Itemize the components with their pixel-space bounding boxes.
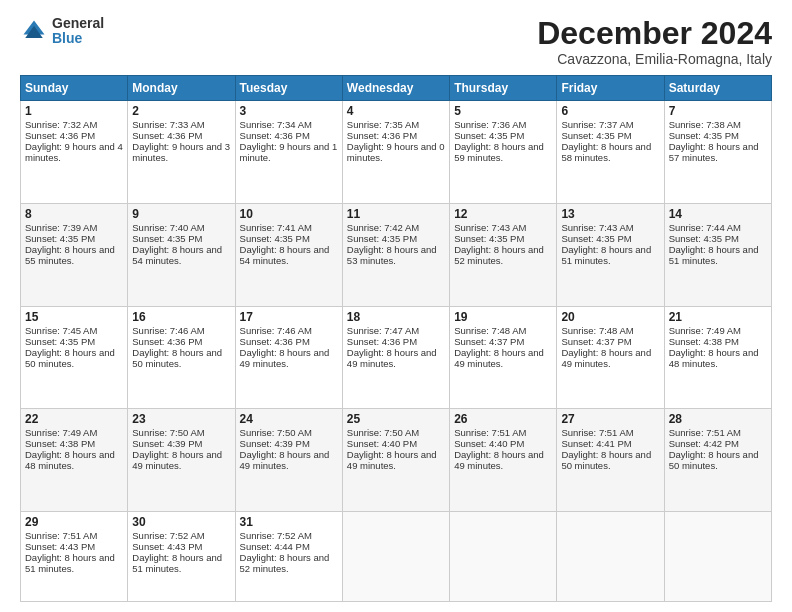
day-number: 1 (25, 104, 123, 118)
sunset-label: Sunset: 4:35 PM (25, 233, 95, 244)
table-cell: 28 Sunrise: 7:51 AM Sunset: 4:42 PM Dayl… (664, 409, 771, 512)
daylight-label: Daylight: 8 hours and 52 minutes. (454, 244, 544, 266)
day-number: 19 (454, 310, 552, 324)
daylight-label: Daylight: 9 hours and 1 minute. (240, 141, 338, 163)
sunrise-label: Sunrise: 7:34 AM (240, 119, 312, 130)
sunset-label: Sunset: 4:36 PM (240, 336, 310, 347)
table-cell: 12 Sunrise: 7:43 AM Sunset: 4:35 PM Dayl… (450, 203, 557, 306)
day-number: 27 (561, 412, 659, 426)
sunset-label: Sunset: 4:42 PM (669, 438, 739, 449)
daylight-label: Daylight: 8 hours and 54 minutes. (132, 244, 222, 266)
sunrise-label: Sunrise: 7:42 AM (347, 222, 419, 233)
sunset-label: Sunset: 4:38 PM (669, 336, 739, 347)
sunrise-label: Sunrise: 7:51 AM (561, 427, 633, 438)
sunrise-label: Sunrise: 7:39 AM (25, 222, 97, 233)
daylight-label: Daylight: 9 hours and 3 minutes. (132, 141, 230, 163)
daylight-label: Daylight: 8 hours and 51 minutes. (132, 552, 222, 574)
sunset-label: Sunset: 4:41 PM (561, 438, 631, 449)
table-cell: 6 Sunrise: 7:37 AM Sunset: 4:35 PM Dayli… (557, 101, 664, 204)
sunset-label: Sunset: 4:35 PM (454, 233, 524, 244)
table-cell: 17 Sunrise: 7:46 AM Sunset: 4:36 PM Dayl… (235, 306, 342, 409)
sunset-label: Sunset: 4:35 PM (132, 233, 202, 244)
sunset-label: Sunset: 4:36 PM (347, 130, 417, 141)
sunrise-label: Sunrise: 7:37 AM (561, 119, 633, 130)
day-number: 14 (669, 207, 767, 221)
sunset-label: Sunset: 4:39 PM (240, 438, 310, 449)
table-cell (664, 511, 771, 601)
day-number: 18 (347, 310, 445, 324)
sunrise-label: Sunrise: 7:49 AM (25, 427, 97, 438)
daylight-label: Daylight: 8 hours and 52 minutes. (240, 552, 330, 574)
title-section: December 2024 Cavazzona, Emilia-Romagna,… (537, 16, 772, 67)
daylight-label: Daylight: 8 hours and 55 minutes. (25, 244, 115, 266)
daylight-label: Daylight: 8 hours and 51 minutes. (561, 244, 651, 266)
sunset-label: Sunset: 4:35 PM (240, 233, 310, 244)
sunset-label: Sunset: 4:35 PM (561, 130, 631, 141)
sunrise-label: Sunrise: 7:43 AM (454, 222, 526, 233)
table-cell: 1 Sunrise: 7:32 AM Sunset: 4:36 PM Dayli… (21, 101, 128, 204)
table-cell: 14 Sunrise: 7:44 AM Sunset: 4:35 PM Dayl… (664, 203, 771, 306)
sunrise-label: Sunrise: 7:51 AM (669, 427, 741, 438)
table-cell: 18 Sunrise: 7:47 AM Sunset: 4:36 PM Dayl… (342, 306, 449, 409)
table-cell: 9 Sunrise: 7:40 AM Sunset: 4:35 PM Dayli… (128, 203, 235, 306)
sunset-label: Sunset: 4:38 PM (25, 438, 95, 449)
daylight-label: Daylight: 8 hours and 49 minutes. (454, 347, 544, 369)
day-number: 23 (132, 412, 230, 426)
sunrise-label: Sunrise: 7:46 AM (132, 325, 204, 336)
daylight-label: Daylight: 8 hours and 57 minutes. (669, 141, 759, 163)
col-saturday: Saturday (664, 76, 771, 101)
table-cell: 20 Sunrise: 7:48 AM Sunset: 4:37 PM Dayl… (557, 306, 664, 409)
table-cell: 13 Sunrise: 7:43 AM Sunset: 4:35 PM Dayl… (557, 203, 664, 306)
sunrise-label: Sunrise: 7:32 AM (25, 119, 97, 130)
table-cell: 26 Sunrise: 7:51 AM Sunset: 4:40 PM Dayl… (450, 409, 557, 512)
daylight-label: Daylight: 8 hours and 48 minutes. (669, 347, 759, 369)
table-cell (557, 511, 664, 601)
day-number: 11 (347, 207, 445, 221)
table-cell: 2 Sunrise: 7:33 AM Sunset: 4:36 PM Dayli… (128, 101, 235, 204)
col-wednesday: Wednesday (342, 76, 449, 101)
table-cell: 30 Sunrise: 7:52 AM Sunset: 4:43 PM Dayl… (128, 511, 235, 601)
table-cell: 27 Sunrise: 7:51 AM Sunset: 4:41 PM Dayl… (557, 409, 664, 512)
day-number: 21 (669, 310, 767, 324)
sunrise-label: Sunrise: 7:41 AM (240, 222, 312, 233)
sunrise-label: Sunrise: 7:35 AM (347, 119, 419, 130)
table-cell (450, 511, 557, 601)
daylight-label: Daylight: 8 hours and 54 minutes. (240, 244, 330, 266)
sunrise-label: Sunrise: 7:36 AM (454, 119, 526, 130)
sunset-label: Sunset: 4:35 PM (561, 233, 631, 244)
day-number: 3 (240, 104, 338, 118)
table-cell: 29 Sunrise: 7:51 AM Sunset: 4:43 PM Dayl… (21, 511, 128, 601)
day-number: 31 (240, 515, 338, 529)
daylight-label: Daylight: 8 hours and 49 minutes. (347, 347, 437, 369)
daylight-label: Daylight: 8 hours and 53 minutes. (347, 244, 437, 266)
sunrise-label: Sunrise: 7:33 AM (132, 119, 204, 130)
day-number: 17 (240, 310, 338, 324)
table-cell: 8 Sunrise: 7:39 AM Sunset: 4:35 PM Dayli… (21, 203, 128, 306)
daylight-label: Daylight: 8 hours and 49 minutes. (347, 449, 437, 471)
daylight-label: Daylight: 9 hours and 0 minutes. (347, 141, 445, 163)
table-cell: 23 Sunrise: 7:50 AM Sunset: 4:39 PM Dayl… (128, 409, 235, 512)
day-number: 12 (454, 207, 552, 221)
day-number: 13 (561, 207, 659, 221)
table-cell: 5 Sunrise: 7:36 AM Sunset: 4:35 PM Dayli… (450, 101, 557, 204)
table-cell: 21 Sunrise: 7:49 AM Sunset: 4:38 PM Dayl… (664, 306, 771, 409)
sunset-label: Sunset: 4:37 PM (454, 336, 524, 347)
sunset-label: Sunset: 4:39 PM (132, 438, 202, 449)
daylight-label: Daylight: 8 hours and 49 minutes. (561, 347, 651, 369)
table-cell: 19 Sunrise: 7:48 AM Sunset: 4:37 PM Dayl… (450, 306, 557, 409)
sunrise-label: Sunrise: 7:45 AM (25, 325, 97, 336)
sunrise-label: Sunrise: 7:50 AM (132, 427, 204, 438)
daylight-label: Daylight: 8 hours and 49 minutes. (240, 449, 330, 471)
sunrise-label: Sunrise: 7:47 AM (347, 325, 419, 336)
sunrise-label: Sunrise: 7:52 AM (240, 530, 312, 541)
table-cell (342, 511, 449, 601)
sunrise-label: Sunrise: 7:51 AM (454, 427, 526, 438)
table-cell: 25 Sunrise: 7:50 AM Sunset: 4:40 PM Dayl… (342, 409, 449, 512)
day-number: 24 (240, 412, 338, 426)
day-number: 10 (240, 207, 338, 221)
sunset-label: Sunset: 4:36 PM (25, 130, 95, 141)
table-cell: 15 Sunrise: 7:45 AM Sunset: 4:35 PM Dayl… (21, 306, 128, 409)
table-cell: 7 Sunrise: 7:38 AM Sunset: 4:35 PM Dayli… (664, 101, 771, 204)
col-sunday: Sunday (21, 76, 128, 101)
daylight-label: Daylight: 8 hours and 50 minutes. (669, 449, 759, 471)
